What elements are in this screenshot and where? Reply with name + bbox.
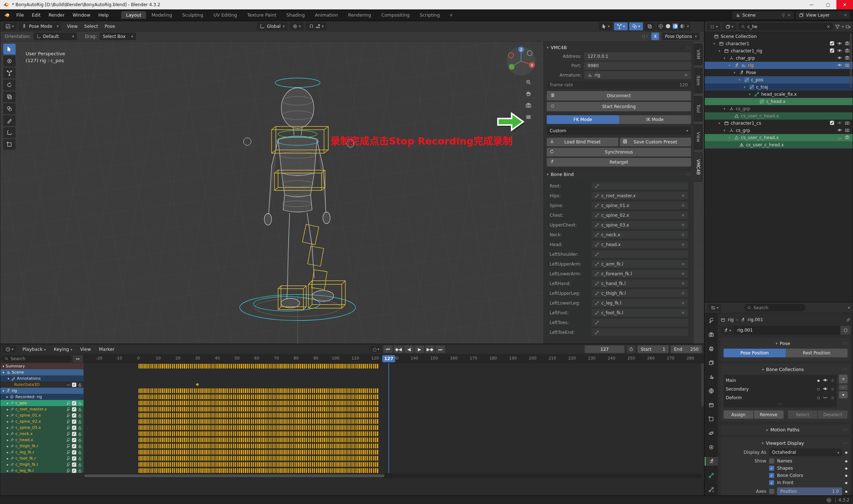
menu-help[interactable]: Help [94, 12, 113, 18]
cam-toggle[interactable] [845, 55, 850, 61]
shading-rendered-icon[interactable] [680, 23, 685, 29]
outliner-row[interactable]: cs_user_c_head.x [705, 141, 853, 148]
eye-toggle[interactable] [837, 55, 842, 61]
channel-c-thigh-fk-l[interactable]: ▸ c_thigh_fk.l✓ [0, 461, 84, 468]
clear-search-icon[interactable]: ✕ [827, 24, 830, 29]
datablock-name-field[interactable]: rig.001 [734, 326, 840, 335]
fk-mode-button[interactable]: FK Mode [547, 115, 619, 124]
transform-orientation-dropdown[interactable]: Global▾ [257, 22, 287, 30]
channel-expand-icon[interactable]: ▸ [7, 426, 9, 430]
anim-dot[interactable]: ● [845, 451, 848, 454]
bone-collection-row[interactable]: Deform ○ ☆ [726, 393, 835, 402]
expand-icon[interactable]: ▾ [724, 129, 727, 132]
pose-panel-header[interactable]: ▾Pose∷∷ [724, 339, 848, 347]
keyframe-strip[interactable] [138, 364, 379, 369]
outliner-row[interactable]: ▾ head_scale_fix.x [705, 91, 853, 98]
favorite-toggle[interactable]: ☆ [831, 395, 835, 400]
timeline-hscrollbar[interactable] [84, 474, 702, 478]
channel-search[interactable]: Search [1, 356, 72, 362]
keyframe-area[interactable]: ◆ [84, 363, 704, 473]
properties-tab-object[interactable] [705, 415, 718, 423]
timeline-editor-type[interactable]: ▾ [3, 345, 16, 353]
properties-tab-view-layer[interactable] [705, 358, 718, 367]
cursor-tool[interactable] [3, 56, 16, 66]
pivot-point-dropdown[interactable]: ▾ [290, 22, 304, 30]
channel-expand-icon[interactable]: ▾ [3, 365, 4, 368]
channel-rulerdata3d[interactable]: RulerData3D✓ [0, 382, 84, 388]
playhead-line[interactable] [388, 363, 389, 473]
menu-file[interactable]: File [12, 12, 28, 18]
synchronous-button[interactable]: Synchronous [547, 148, 691, 156]
mode-dropdown[interactable]: Pose Mode▾ [19, 22, 61, 30]
rest-position-button[interactable]: Rest Position [786, 349, 848, 357]
workspace-tab-animation[interactable]: Animation [310, 11, 343, 19]
keyframe-strip[interactable] [138, 388, 379, 393]
properties-editor-type[interactable]: ▾ [708, 304, 721, 311]
eye-toggle[interactable] [837, 48, 842, 54]
outliner-item-label[interactable]: Pose [746, 70, 756, 75]
expand-icon[interactable]: ▾ [734, 71, 737, 74]
sidebar-tab-vrm[interactable]: VRM [694, 44, 703, 65]
anim-dot[interactable]: ● [845, 467, 848, 470]
frame-rate-field[interactable]: frame rate120 [547, 81, 691, 89]
bone-bind-field-spine[interactable]: c_spine_01.x ✕ [592, 202, 688, 209]
sidebar-tab-tool[interactable]: Tool [694, 96, 703, 121]
bone-bind-panel-header[interactable]: ▾Bone Bind ∷∷ [547, 169, 691, 179]
annotation-keyframe[interactable]: ◆ [196, 382, 199, 387]
xray-toggle[interactable] [644, 22, 655, 30]
workspace-tab-scripting[interactable]: Scripting [415, 11, 445, 19]
camx-toggle[interactable] [845, 63, 850, 69]
show-names-checkbox[interactable] [769, 458, 774, 464]
armature-field[interactable]: rig✕ [584, 71, 691, 79]
display-as-dropdown[interactable]: Octahedral▾ [769, 448, 842, 456]
close-button[interactable]: ✕ [836, 0, 853, 9]
properties-tab-tool[interactable] [705, 316, 718, 325]
workspace-tab-compositing[interactable]: Compositing [376, 11, 414, 19]
outliner-item-label[interactable]: cs_user_c_head.x [746, 142, 784, 147]
channel-c-leg-fk-l[interactable]: ▸ c_leg_fk.l✓ [0, 468, 84, 473]
pin-icon[interactable] [846, 318, 850, 322]
channel-expand-icon[interactable]: ▸ [7, 420, 9, 423]
outliner-filter-mode[interactable]: ▾ [722, 23, 736, 30]
cam-toggle[interactable] [845, 48, 850, 54]
visibility-toggle[interactable] [823, 395, 828, 401]
datablock-type-button[interactable]: ▾ [721, 326, 734, 335]
channel-recorded-rig[interactable]: ▾ Recorded: rig [0, 394, 84, 400]
bone-bind-field-hips[interactable]: c_root_master.x ✕ [592, 192, 688, 199]
assign-button[interactable]: Assign [724, 410, 753, 419]
outliner-item-label[interactable]: character1 [726, 41, 749, 46]
outliner-row[interactable]: ▾ cs_grp [705, 127, 853, 134]
retarget-button[interactable]: Retarget [547, 158, 691, 167]
bone-bind-field-leftshoulder[interactable] [592, 250, 688, 258]
outliner-row[interactable]: ▾ character1_rig [705, 47, 853, 55]
eyedim-toggle[interactable] [837, 120, 842, 126]
port-field[interactable]: 9980 [584, 62, 691, 70]
menu-window[interactable]: Window [69, 12, 94, 18]
channel-expand-icon[interactable]: ▾ [3, 371, 4, 374]
breadcrumb-data[interactable]: rig.001 [748, 317, 763, 322]
workspace-tab-shading[interactable]: Shading [282, 11, 310, 19]
channel-expand-icon[interactable]: ▸ [7, 457, 9, 460]
bone-collections-header[interactable]: ▾Bone Collections∷∷ [724, 365, 848, 373]
disconnect-button[interactable]: Disconnect [547, 91, 691, 100]
channel-c-root-master-x[interactable]: ▸ c_root_master.x✓ [0, 406, 84, 412]
start-recording-button[interactable]: Start Recording [547, 102, 691, 111]
properties-tab-armature-data[interactable] [705, 457, 718, 466]
playhead-badge[interactable]: 127 [382, 355, 395, 362]
outliner-row[interactable]: Scene Collection [705, 33, 853, 40]
end-frame-field[interactable]: End250 [671, 345, 702, 353]
channel-filter-button[interactable]: ↔ [73, 356, 82, 362]
bone-bind-field-leftlowerarm[interactable]: c_forearm_fk.l ✕ [592, 270, 688, 277]
chk-toggle[interactable] [829, 41, 835, 47]
anim-dot[interactable]: ● [845, 460, 848, 463]
keyframe-strip[interactable] [138, 407, 379, 412]
bone-bind-field-neck[interactable]: c_neck.x ✕ [592, 231, 688, 238]
keyframe-strip[interactable] [138, 401, 379, 405]
keyframe-strip[interactable] [138, 395, 379, 399]
use-preview-range-button[interactable] [627, 345, 635, 353]
channel-c-head-x[interactable]: ▸ c_head.x✓ [0, 437, 84, 443]
channel-expand-icon[interactable]: ▸ [7, 401, 9, 405]
properties-tab-scene[interactable] [705, 372, 718, 381]
bone-bind-field-lefttoeend[interactable] [592, 328, 688, 336]
gizmos-toggle[interactable]: ▾ [614, 22, 628, 30]
